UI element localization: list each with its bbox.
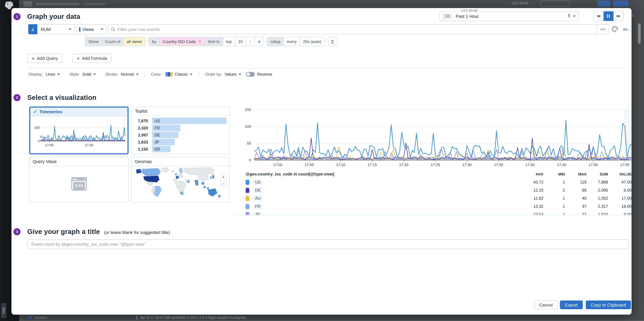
series-name: DE <box>253 188 262 193</box>
x-tick-label: 17:45 <box>557 163 566 167</box>
viz-card-timeseries[interactable]: ✓ Timeseries 100 0 17:00 17:30 <box>29 107 128 154</box>
toplist-value: 2,097 <box>132 133 148 137</box>
top-n-pill[interactable]: 10 <box>235 37 246 46</box>
legend-row[interactable]: US43.7211197,86947.00 <box>236 178 632 186</box>
viz-card-query-value[interactable]: Query Value 3.14 <box>29 157 128 202</box>
remove-group-by-icon[interactable]: ✕ <box>198 39 202 44</box>
measure-pill[interactable]: all views <box>123 37 145 46</box>
interval-pill[interactable]: 20s (auto) <box>300 37 324 46</box>
display-select[interactable]: Lines <box>46 72 60 77</box>
timeseries-thumbnail: 100 0 17:00 17:30 <box>30 116 128 153</box>
pill-connector <box>145 41 149 42</box>
mini-y-100: 100 <box>34 126 40 129</box>
top-pill[interactable]: top <box>223 37 235 46</box>
limit-to-pill[interactable]: limit to <box>205 37 223 46</box>
background-blue-button <box>598 1 610 7</box>
viz-card-toplist[interactable]: Toplist 7,875US2,320FR2,097DE1,633JP1,15… <box>132 107 230 154</box>
legend-row[interactable]: FR13.321372,31718.00 <box>236 202 632 210</box>
chevron-down-icon[interactable] <box>573 15 576 17</box>
count-of-pill[interactable]: Count of <box>102 37 123 46</box>
palette-icon[interactable] <box>612 26 618 32</box>
legend-stat: 43.72 <box>522 180 544 185</box>
search-box <box>108 24 597 34</box>
by-pill[interactable]: by <box>149 37 159 46</box>
background-text-bar <box>34 317 47 319</box>
legend-stat: 1,052 <box>586 196 608 201</box>
section-divider <box>27 68 624 68</box>
every-pill[interactable]: every <box>284 37 300 46</box>
sigma-button[interactable]: Σ <box>328 37 337 46</box>
viz-card-query-value-header: Query Value <box>30 157 128 166</box>
add-formula-label: Add Formula <box>82 56 107 61</box>
stroke-select[interactable]: Normal <box>121 72 138 77</box>
copy-to-clipboard-button[interactable]: Copy to Clipboard <box>586 301 631 309</box>
add-formula-button[interactable]: + Add Formula <box>72 54 111 63</box>
display-label: Display: <box>28 72 43 77</box>
order-by-select[interactable]: Values <box>224 72 242 77</box>
zoom-out-button[interactable]: − <box>222 182 224 186</box>
group-by-value: Country ISO Code <box>163 39 196 44</box>
plus-icon: + <box>77 55 80 61</box>
chevron-down-icon <box>239 73 242 75</box>
step-1-badge: 1 <box>14 13 20 20</box>
time-forward-button[interactable] <box>613 11 623 21</box>
legend-stat: 11.82 <box>522 196 544 201</box>
chevron-down-icon <box>136 73 138 75</box>
time-backward-button[interactable] <box>594 11 604 21</box>
color-label: Color: <box>151 72 162 77</box>
query-value-thumbnail: 3.14 <box>30 166 128 201</box>
viz-card-geomap-label: Geomap <box>135 159 152 164</box>
zoom-in-button[interactable]: + <box>222 175 224 180</box>
step-2-badge: 2 <box>14 94 20 101</box>
color-select[interactable]: Classic <box>175 72 193 77</box>
legend-table: @geo.country_iso_code in count[@type:vie… <box>236 170 632 216</box>
group-by-pill[interactable]: Country ISO Code✕ <box>159 37 205 46</box>
x-tick-label: 17:00 <box>273 163 282 167</box>
toplist-row: 1,633JP <box>132 139 226 145</box>
views-color-bar <box>79 27 80 31</box>
viz-card-toplist-header: Toplist <box>132 107 229 116</box>
display-value: Lines <box>46 72 55 77</box>
pause-button[interactable] <box>604 11 614 21</box>
step-3-title-row: Give your graph a title (or leave blank … <box>27 228 170 236</box>
series-name: AU <box>253 196 262 201</box>
style-select[interactable]: Solid <box>82 72 96 77</box>
data-source-select[interactable]: RUM <box>37 24 74 34</box>
style-label: Style: <box>70 72 80 77</box>
reverse-toggle[interactable] <box>246 72 255 77</box>
time-shift-controls <box>594 11 624 21</box>
export-button[interactable]: Export <box>560 301 582 309</box>
add-query-button[interactable]: + Add Query <box>27 54 62 63</box>
add-group-by-button[interactable]: + <box>255 37 264 46</box>
y-tick-label: 50 <box>238 141 251 145</box>
alias-button[interactable]: as... <box>623 26 631 34</box>
background-utc-label: UTC-05:00 <box>512 1 528 5</box>
cancel-button[interactable]: Cancel <box>534 301 558 309</box>
timeframe-picker[interactable]: 1h Past 1 Hour <box>440 11 579 21</box>
color-value: Classic <box>175 72 188 77</box>
y-tick-label: 150 <box>238 108 251 112</box>
kebab-menu-icon[interactable]: ⋮ <box>246 37 255 46</box>
viz-card-geomap[interactable]: Geomap <box>132 157 230 202</box>
query-pills-row: Show Count of all views by Country ISO C… <box>85 37 337 46</box>
show-pill[interactable]: Show <box>86 37 102 46</box>
legend-row[interactable]: DE12.252662,0956.00 <box>236 186 632 194</box>
data-source-value: RUM <box>41 27 51 32</box>
x-tick-label: 17:30 <box>462 163 472 167</box>
filter-input[interactable] <box>118 27 594 32</box>
screen: UTC-05:00 Apr 29 17:30:07.809 synthetics… <box>0 0 644 321</box>
event-type-select[interactable]: Views <box>76 24 106 34</box>
rollup-pill[interactable]: rollup <box>268 37 284 46</box>
legend-row[interactable]: AU11.821401,05217.00 <box>236 194 632 202</box>
pin-icon[interactable] <box>567 14 571 18</box>
step-3-badge: 3 <box>14 228 20 235</box>
close-icon[interactable]: × <box>630 12 634 19</box>
legend-column-header: MAX <box>565 172 586 176</box>
code-view-button[interactable]: </> <box>597 24 609 34</box>
help-tab[interactable]: Help <box>1 303 6 318</box>
group-by-group: by Country ISO Code✕ limit to top 10 ⋮ + <box>149 37 264 46</box>
timeframe-shortcut[interactable]: 1h <box>442 13 452 19</box>
legend-column-header: AVG <box>522 172 544 176</box>
graph-editor-modal: 1 Graph your data 1h Past 1 Hour UTC-05:… <box>12 8 632 315</box>
graph-title-input[interactable] <box>27 239 628 249</box>
